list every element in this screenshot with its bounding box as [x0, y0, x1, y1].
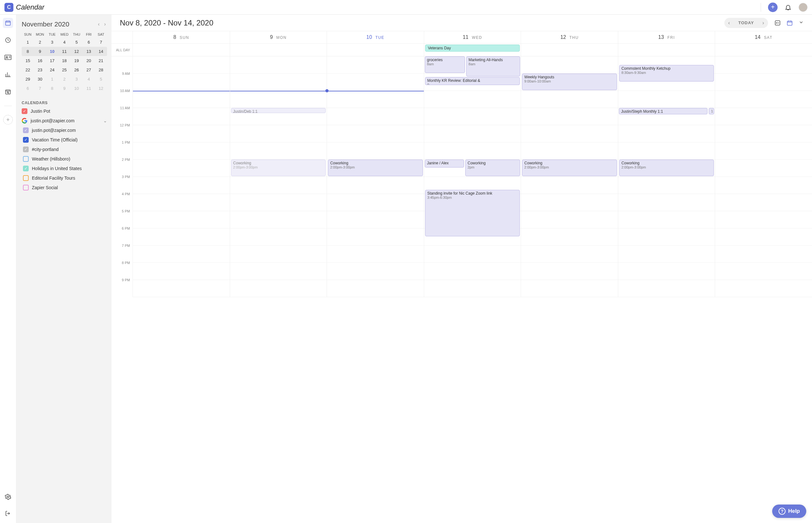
- mini-day-cell[interactable]: 12: [70, 47, 83, 56]
- calendar-checkbox[interactable]: ✓: [23, 146, 29, 152]
- allday-cell[interactable]: [326, 43, 424, 56]
- day-column[interactable]: Coworking2:00pm-3:00pm: [326, 56, 424, 297]
- calendar-item[interactable]: ✓Holidays in United States: [23, 166, 107, 172]
- calendar-event[interactable]: Weekly Hangouts9:00am-10:00am: [522, 74, 617, 90]
- calendar-checkbox[interactable]: [23, 185, 29, 191]
- calendar-event[interactable]: Coworking2:00pm-3:00pm: [619, 160, 714, 176]
- mini-day-cell[interactable]: 8: [46, 84, 58, 93]
- rail-settings-icon[interactable]: [3, 492, 13, 502]
- calendar-checkbox[interactable]: ✓: [22, 108, 28, 114]
- calendar-checkbox[interactable]: [23, 156, 29, 162]
- calendar-item[interactable]: ✓justin.pot@zapier.com: [23, 127, 107, 133]
- day-column[interactable]: [133, 56, 230, 297]
- mini-day-cell[interactable]: 19: [70, 56, 83, 65]
- day-column[interactable]: Commstent Monthly Ketchup8:30am-9:30amJu…: [618, 56, 715, 297]
- day-column[interactable]: [715, 56, 812, 297]
- view-dropdown-icon[interactable]: [799, 20, 804, 26]
- mini-day-cell[interactable]: 3: [70, 74, 83, 84]
- calendar-event[interactable]: Justin/Steph Monthly 1:11: [619, 108, 707, 114]
- mini-day-cell[interactable]: 26: [70, 65, 83, 74]
- day-column[interactable]: groceries8amMarketing All-Hands8amMonthl…: [424, 56, 521, 297]
- day-header[interactable]: 12 THU: [521, 31, 618, 43]
- calendar-event[interactable]: Coworking2:00pm-3:00pm: [328, 160, 423, 176]
- calendar-event[interactable]: Coworking2:00pm-3:00pm: [231, 160, 326, 176]
- next-week-button[interactable]: ›: [758, 18, 768, 28]
- mini-day-cell[interactable]: 7: [95, 38, 107, 47]
- rail-calendar-search-icon[interactable]: [3, 87, 13, 97]
- mini-next-month-button[interactable]: ›: [103, 20, 107, 28]
- mini-day-cell[interactable]: 2: [58, 74, 70, 84]
- mini-day-cell[interactable]: 7: [34, 84, 46, 93]
- calendar-checkbox[interactable]: [23, 175, 29, 181]
- calendar-checkbox[interactable]: ✓: [23, 127, 29, 133]
- calendar-event[interactable]: Janine / Alex: [425, 160, 464, 167]
- calendar-checkbox[interactable]: ✓: [23, 137, 29, 143]
- mini-day-cell[interactable]: 28: [95, 65, 107, 74]
- chevron-down-icon[interactable]: ⌄: [103, 118, 107, 123]
- mini-day-cell[interactable]: 3: [46, 38, 58, 47]
- mini-day-cell[interactable]: 29: [22, 74, 34, 84]
- rail-contacts-icon[interactable]: [3, 52, 13, 62]
- calendar-item[interactable]: Zapier Social: [23, 185, 107, 191]
- day-column[interactable]: Justin/Deb 1:111:00aCoworking2:00pm-3:00…: [230, 56, 327, 297]
- day-column[interactable]: Weekly Hangouts9:00am-10:00amCoworking2:…: [521, 56, 618, 297]
- calendar-event[interactable]: Marketing All-Hands8am: [466, 56, 520, 76]
- mini-day-cell[interactable]: 1: [22, 38, 34, 47]
- rail-analytics-icon[interactable]: [3, 69, 13, 79]
- mini-day-cell[interactable]: 23: [34, 65, 46, 74]
- calendar-event[interactable]: Coworking2:00pm-3:00pm: [522, 160, 617, 176]
- day-header[interactable]: 10 TUE: [326, 31, 424, 43]
- mini-day-cell[interactable]: 11: [58, 47, 70, 56]
- mini-day-cell[interactable]: 14: [95, 47, 107, 56]
- calendar-checkbox[interactable]: ✓: [23, 166, 29, 172]
- mini-day-cell[interactable]: 30: [34, 74, 46, 84]
- allday-event[interactable]: Veterans Day: [425, 44, 520, 52]
- prev-week-button[interactable]: ‹: [724, 18, 734, 28]
- mini-day-cell[interactable]: 10: [46, 47, 58, 56]
- calendar-event[interactable]: 1: [709, 108, 714, 114]
- calendar-account[interactable]: justin.pot@zapier.com ⌄: [22, 118, 107, 124]
- mini-day-cell[interactable]: 16: [34, 56, 46, 65]
- day-header[interactable]: 11 WED: [424, 31, 521, 43]
- mini-day-cell[interactable]: 4: [83, 74, 95, 84]
- rail-calendar-icon[interactable]: [3, 18, 13, 28]
- mini-day-cell[interactable]: 20: [83, 56, 95, 65]
- calendar-event[interactable]: Justin/Deb 1:111:00a: [231, 108, 326, 113]
- mini-day-cell[interactable]: 22: [22, 65, 34, 74]
- allday-cell[interactable]: [133, 43, 230, 56]
- day-header[interactable]: 9 MON: [230, 31, 327, 43]
- calendar-item[interactable]: ✓Vacation Time (Official): [23, 137, 107, 143]
- day-header[interactable]: 14 SAT: [715, 31, 812, 43]
- mini-day-cell[interactable]: 17: [46, 56, 58, 65]
- mini-day-cell[interactable]: 18: [58, 56, 70, 65]
- mini-day-cell[interactable]: 24: [46, 65, 58, 74]
- mini-day-cell[interactable]: 9: [58, 84, 70, 93]
- allday-cell[interactable]: [230, 43, 327, 56]
- mini-day-cell[interactable]: 5: [95, 74, 107, 84]
- allday-cell[interactable]: [521, 43, 618, 56]
- calendar-event[interactable]: Monthly KR Review: Editorial &9: [425, 77, 520, 85]
- allday-cell[interactable]: [715, 43, 812, 56]
- allday-cell[interactable]: Veterans Day: [424, 43, 521, 56]
- view-schedule-icon[interactable]: [774, 20, 781, 26]
- calendar-item[interactable]: Weather (Hillsboro): [23, 156, 107, 162]
- user-avatar[interactable]: [799, 3, 808, 12]
- allday-cell[interactable]: [618, 43, 715, 56]
- help-button[interactable]: ? Help: [772, 505, 806, 518]
- rail-clock-icon[interactable]: [3, 35, 13, 45]
- mini-day-cell[interactable]: 13: [83, 47, 95, 56]
- calendar-event[interactable]: groceries8am: [425, 56, 465, 73]
- day-header[interactable]: 13 FRI: [618, 31, 715, 43]
- mini-day-cell[interactable]: 5: [70, 38, 83, 47]
- calendar-event[interactable]: Standing invite for Nic Cage Zoom link3:…: [425, 190, 520, 237]
- mini-day-cell[interactable]: 6: [83, 38, 95, 47]
- mini-day-cell[interactable]: 27: [83, 65, 95, 74]
- time-grid[interactable]: 9 AM10 AM11 AM12 PM1 PM2 PM3 PM4 PM5 PM6…: [111, 56, 812, 297]
- mini-day-cell[interactable]: 6: [22, 84, 34, 93]
- rail-add-button[interactable]: +: [3, 115, 13, 125]
- mini-day-cell[interactable]: 1: [46, 74, 58, 84]
- mini-day-cell[interactable]: 25: [58, 65, 70, 74]
- mini-day-cell[interactable]: 8: [22, 47, 34, 56]
- mini-day-cell[interactable]: 4: [58, 38, 70, 47]
- mini-day-cell[interactable]: 15: [22, 56, 34, 65]
